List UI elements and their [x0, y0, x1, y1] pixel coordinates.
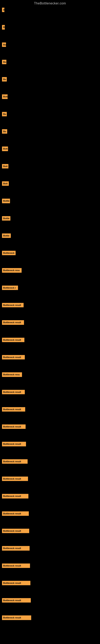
bar-row: Bottleneck result: [2, 546, 98, 550]
bar-row: Bottleneck result: [2, 581, 98, 585]
bar-row: Bottleneck result: [2, 424, 98, 429]
bar-label: Bottleneck result: [2, 390, 25, 394]
bar-label: Bottleneck result: [2, 476, 28, 481]
bar-row: Bo: [2, 60, 98, 64]
bar-label: Bottleneck result: [2, 616, 31, 620]
bar-row: Bottleneck result: [2, 598, 98, 602]
bar-row: Bottleneck result: [2, 564, 98, 568]
bar-label: Bottleneck result: [2, 546, 30, 550]
bar-label: Bottle: [2, 234, 11, 238]
bar-label: Bottle: [2, 199, 10, 203]
bar-row: Bottleneck result: [2, 494, 98, 498]
bar-row: Bott: [2, 146, 98, 151]
bar-label: Bott: [2, 181, 9, 186]
bar-label: Bottleneck result: [2, 529, 29, 533]
bar-label: Bo: [2, 42, 6, 47]
bar-row: Bottleneck r: [2, 286, 98, 290]
bar-row: Bottleneck result: [2, 442, 98, 446]
bar-label: B: [2, 25, 5, 30]
bar-label: Bo: [2, 77, 7, 82]
bar-label: Bottleneck result: [2, 320, 24, 324]
bar-label: Bottleneck: [2, 251, 16, 255]
bar-row: Bottleneck resu: [2, 268, 98, 272]
bar-row: Bo: [2, 42, 98, 47]
bar-label: Bottleneck result: [2, 564, 30, 568]
bar-label: Bottleneck r: [2, 286, 18, 290]
bar-row: Bott: [2, 94, 98, 99]
bar-row: Bottleneck result: [2, 616, 98, 620]
bars-container: BBBoBoBoBottBoBoBottBottBottBottleBottle…: [0, 8, 100, 633]
bar-label: Bottleneck result: [2, 494, 28, 498]
bar-row: Bottleneck resu: [2, 372, 98, 377]
bar-label: Bottleneck result: [2, 581, 30, 585]
bar-row: Bottleneck result: [2, 320, 98, 324]
site-title: TheBottlenecker.com: [0, 0, 100, 8]
bar-row: Bottleneck result: [2, 390, 98, 394]
bar-label: Bottleneck result: [2, 442, 26, 446]
bar-row: Bottleneck result: [2, 529, 98, 533]
bar-label: Bottle: [2, 216, 10, 220]
bar-row: Bottleneck result: [2, 476, 98, 481]
bar-row: Bottleneck result: [2, 512, 98, 516]
bar-row: Bo: [2, 112, 98, 116]
bar-label: Bottleneck result: [2, 598, 31, 602]
bar-label: Bottleneck result: [2, 407, 25, 412]
bar-label: Bottleneck result: [2, 355, 25, 360]
bar-row: B: [2, 25, 98, 30]
bar-row: Bottleneck result: [2, 338, 98, 342]
bar-label: Bottleneck result: [2, 512, 29, 516]
bar-label: Bottleneck result: [2, 338, 24, 342]
bar-label: Bottleneck resu: [2, 372, 22, 377]
bar-row: Bottleneck result: [2, 303, 98, 307]
bar-label: Bo: [2, 112, 7, 116]
bar-label: Bott: [2, 94, 8, 99]
bar-row: Bott: [2, 181, 98, 186]
bar-row: Bottle: [2, 234, 98, 238]
bar-label: Bottleneck resu: [2, 268, 22, 272]
bar-row: Bottleneck result: [2, 407, 98, 412]
bar-row: B: [2, 8, 98, 12]
bar-row: Bott: [2, 164, 98, 168]
bar-row: Bo: [2, 77, 98, 82]
bar-row: Bottleneck: [2, 251, 98, 255]
bar-label: Bottleneck result: [2, 303, 24, 307]
bar-row: Bottle: [2, 199, 98, 203]
bar-label: Bottleneck result: [2, 424, 26, 429]
bar-row: Bottleneck result: [2, 355, 98, 360]
bar-label: Bott: [2, 164, 8, 168]
bar-label: Bottleneck result: [2, 459, 28, 464]
bar-label: Bo: [2, 60, 6, 64]
bar-row: Bottleneck result: [2, 459, 98, 464]
bar-row: Bo: [2, 129, 98, 134]
bar-row: Bottle: [2, 216, 98, 220]
bar-label: Bott: [2, 146, 8, 151]
bar-label: Bo: [2, 129, 7, 134]
bar-label: B: [2, 8, 4, 12]
